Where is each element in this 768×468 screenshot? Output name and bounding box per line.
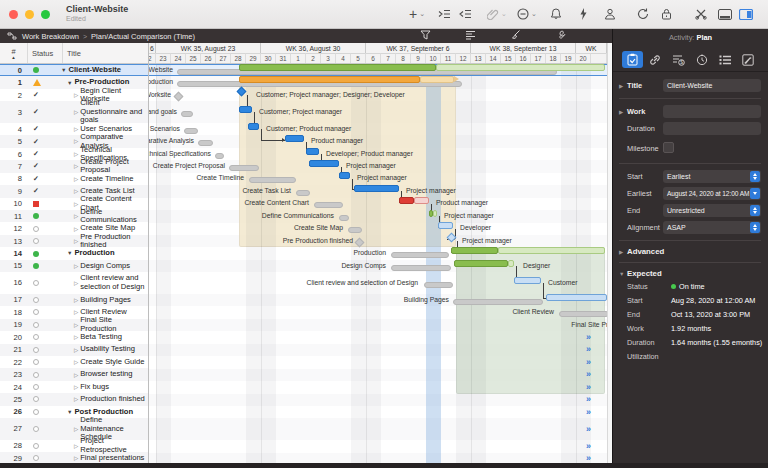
gantt-bar[interactable] xyxy=(285,135,304,142)
planned-bar[interactable] xyxy=(453,299,543,305)
table-row[interactable]: 8✓▷Create Timeline xyxy=(0,173,148,185)
attachment-chevron-down-icon[interactable]: ⌄ xyxy=(501,10,507,18)
gantt-bar[interactable] xyxy=(498,247,605,254)
planned-bar[interactable] xyxy=(296,190,310,196)
sync-icon[interactable] xyxy=(637,8,649,20)
disclosure-closed-icon[interactable]: ▷ xyxy=(74,163,78,169)
work-disclosure-icon[interactable]: ▶ xyxy=(619,109,627,115)
zoom-button[interactable] xyxy=(41,10,50,19)
panel-bottom-icon[interactable] xyxy=(718,9,732,20)
planned-bar[interactable] xyxy=(229,165,259,171)
column-header-title[interactable]: Title xyxy=(63,43,148,63)
remove-chevron-down-icon[interactable]: ⌄ xyxy=(531,10,537,18)
disclosure-closed-icon[interactable]: ▷ xyxy=(74,188,78,194)
table-row[interactable]: 19▷Final Site Production xyxy=(0,319,148,331)
disclosure-closed-icon[interactable]: ▷ xyxy=(74,372,78,378)
table-row[interactable]: 21▷Usability Testing xyxy=(0,344,148,356)
planned-bar[interactable] xyxy=(559,311,607,317)
gantt-bar[interactable] xyxy=(339,172,350,179)
task-title-cell[interactable]: ▷Pre Production finished xyxy=(57,233,148,250)
disclosure-closed-icon[interactable]: ▷ xyxy=(74,347,78,353)
lock-icon[interactable] xyxy=(661,8,672,20)
disclosure-closed-icon[interactable]: ▷ xyxy=(74,263,78,269)
resources-person-icon[interactable] xyxy=(604,8,616,20)
gantt-bar[interactable] xyxy=(433,210,437,217)
disclosure-open-icon[interactable]: ▼ xyxy=(67,409,72,415)
task-title-cell[interactable]: ▷Client Questionnaire and goals xyxy=(57,99,148,125)
task-title-cell[interactable]: ▷Fix bugs xyxy=(57,383,148,392)
table-row[interactable]: 17▷Building Pages xyxy=(0,294,148,306)
gantt-bar[interactable] xyxy=(239,106,252,113)
task-title-cell[interactable]: ▷Building Pages xyxy=(57,296,148,305)
tab-time-clock-icon[interactable] xyxy=(692,51,713,68)
gantt-bar[interactable] xyxy=(354,185,399,192)
gantt-bar[interactable] xyxy=(454,260,508,267)
indent-icon[interactable] xyxy=(438,8,451,20)
disclosure-closed-icon[interactable]: ▷ xyxy=(74,226,78,232)
disclosure-closed-icon[interactable]: ▷ xyxy=(74,176,78,182)
breadcrumb-section[interactable]: Work Breakdown xyxy=(22,32,79,41)
disclosure-closed-icon[interactable]: ▷ xyxy=(74,213,78,219)
planned-bar[interactable] xyxy=(424,282,453,288)
table-row[interactable]: 28▷Project Retrospective xyxy=(0,440,148,452)
disclosure-closed-icon[interactable]: ▷ xyxy=(74,280,78,286)
gantt-bar[interactable] xyxy=(399,197,414,204)
outdent-icon[interactable] xyxy=(459,8,472,20)
table-row[interactable]: 16▷Client review and selection of Design xyxy=(0,272,148,294)
title-input[interactable]: Client-Website xyxy=(663,79,761,92)
disclosure-closed-icon[interactable]: ▷ xyxy=(74,455,78,461)
bell-icon[interactable] xyxy=(550,8,562,20)
column-header-number[interactable]: #▲ xyxy=(0,43,28,63)
close-button[interactable] xyxy=(9,10,18,19)
table-row[interactable]: 14▼Production xyxy=(0,247,148,259)
disclosure-closed-icon[interactable]: ▷ xyxy=(74,384,78,390)
duration-input[interactable] xyxy=(663,122,761,135)
gantt-bar[interactable] xyxy=(239,76,420,83)
tab-resources-cost-icon[interactable]: $ xyxy=(668,51,689,68)
cut-scissors-icon[interactable] xyxy=(695,8,707,20)
table-row[interactable]: 25▷Production finished xyxy=(0,393,148,405)
milestone-checkbox[interactable] xyxy=(663,142,674,153)
disclosure-closed-icon[interactable]: ▷ xyxy=(74,426,78,432)
tab-note-pencil-icon[interactable] xyxy=(738,51,759,68)
task-title-cell[interactable]: ▷Client review and selection of Design xyxy=(57,274,148,291)
gantt-bar[interactable] xyxy=(438,222,453,229)
disclosure-closed-icon[interactable]: ▷ xyxy=(74,396,78,402)
vertical-scrollbar[interactable] xyxy=(607,43,612,468)
expected-disclosure-icon[interactable]: ▼ xyxy=(619,271,627,277)
format-brush-icon[interactable] xyxy=(510,30,521,42)
disclosure-closed-icon[interactable]: ▷ xyxy=(74,109,78,115)
task-title-cell[interactable]: ▷Design Comps xyxy=(57,262,148,271)
remove-icon[interactable] xyxy=(517,8,529,20)
settings-wrench-icon[interactable] xyxy=(555,30,566,42)
disclosure-closed-icon[interactable]: ▷ xyxy=(74,138,78,144)
tab-info-clipboard-icon[interactable] xyxy=(622,51,643,68)
planned-bar[interactable] xyxy=(181,111,193,117)
minimize-button[interactable] xyxy=(25,10,34,19)
task-title-cell[interactable]: ▷Create Timeline xyxy=(57,175,148,184)
tab-style-list-icon[interactable] xyxy=(715,51,736,68)
planned-milestone[interactable] xyxy=(173,92,183,102)
gantt-bar[interactable] xyxy=(248,123,259,130)
table-row[interactable]: 22▷Create Style Guide xyxy=(0,356,148,368)
disclosure-open-icon[interactable]: ▼ xyxy=(61,67,66,73)
planned-bar[interactable] xyxy=(249,177,296,183)
table-row[interactable]: 20▷Beta Testing xyxy=(0,331,148,343)
panel-right-icon[interactable] xyxy=(739,9,753,20)
start-select[interactable]: Earliest xyxy=(663,170,761,183)
end-select[interactable]: Unrestricted xyxy=(663,204,761,217)
gantt-bar[interactable] xyxy=(306,148,319,155)
add-chevron-down-icon[interactable]: ⌄ xyxy=(419,10,425,18)
report-icon[interactable] xyxy=(465,30,476,42)
planned-bar[interactable] xyxy=(184,128,198,134)
table-row[interactable]: 23▷Browser testing xyxy=(0,368,148,380)
advanced-section-label[interactable]: Advanced xyxy=(627,247,664,256)
disclosure-closed-icon[interactable]: ▷ xyxy=(74,151,78,157)
task-title-cell[interactable]: ▷Final Site Production xyxy=(57,316,148,333)
disclosure-open-icon[interactable]: ▼ xyxy=(67,80,72,86)
disclosure-closed-icon[interactable]: ▷ xyxy=(74,334,78,340)
disclosure-closed-icon[interactable]: ▷ xyxy=(74,92,78,98)
disclosure-closed-icon[interactable]: ▷ xyxy=(74,359,78,365)
gantt-bar[interactable] xyxy=(451,247,498,254)
add-icon[interactable]: + xyxy=(409,9,417,19)
